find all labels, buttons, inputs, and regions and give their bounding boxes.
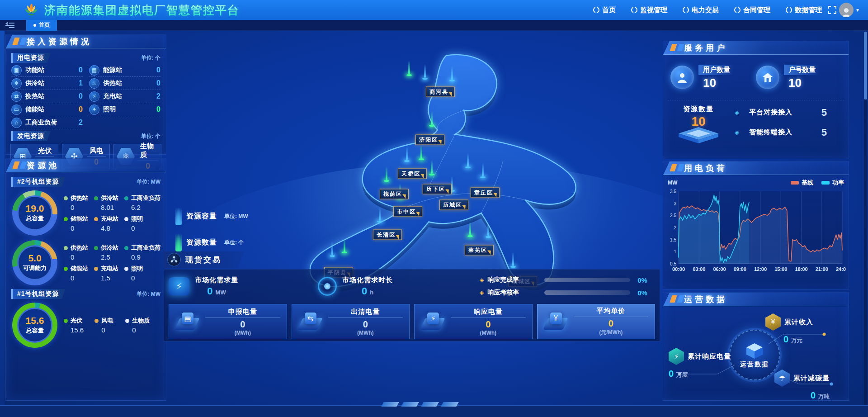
baseline-swatch [791, 181, 799, 185]
diamond-bullet-icon: ◈ [480, 277, 484, 283]
marker-beam-icon [424, 64, 426, 78]
market-demand-duration-value: 0h [342, 285, 393, 297]
usage-item-label: 换热站 [25, 92, 44, 100]
nav-item-0[interactable]: 首页 [593, 6, 616, 14]
district-label-8[interactable]: 长清区 [373, 230, 402, 240]
usage-item-label: 照明 [103, 105, 116, 114]
donut-caption: 总容量 [26, 327, 44, 335]
avatar-caret-icon[interactable]: ▼ [855, 8, 860, 13]
pool-group-unit2-tag: #2号机组资源 [11, 177, 66, 187]
spot-trading-panel: ⚡ 市场化需求量 0MW 市场化需求时长 0h ◈响应完成率0%◈响应考核率0%… [164, 269, 660, 341]
ops-item-label: 累计收入 [784, 318, 813, 327]
panel-access-resources-title: 接入资源情况 [27, 36, 92, 47]
spot-trading-tab[interactable]: 现货交易 [164, 251, 244, 268]
district-label-4[interactable]: 章丘区 [471, 188, 500, 198]
generation-card-label: 风电 [87, 147, 106, 156]
svg-text:2: 2 [674, 225, 676, 230]
cleared-energy-icon: ⇆ [298, 312, 322, 332]
marker-beam-icon [408, 61, 410, 74]
spot-card-2[interactable]: ⚡响应电量0(MWh) [414, 304, 533, 339]
spot-card-1[interactable]: ⇆出清电量0(MWh) [292, 304, 410, 339]
district-name: 市中区 [397, 208, 416, 216]
usage-item-value: 0 [156, 105, 160, 114]
donut-block-0: 19.0总容量供热站0供冷站8.01工商业负荷6.2储能站0充电站4.8照明0 [10, 188, 161, 237]
legend-dot-icon [64, 319, 68, 323]
response-rate-progressbar[interactable] [544, 278, 630, 282]
tab-home[interactable]: 首页 [26, 20, 57, 31]
marker-base-icon [377, 221, 382, 223]
diamond-bullet-icon: ◈ [480, 289, 484, 296]
power-swatch [821, 181, 830, 185]
card-icon-glyph: ¥ [550, 313, 562, 324]
income-badge-icon: ¥ [765, 313, 781, 331]
spot-card-text: 出清电量0(MWh) [328, 308, 403, 336]
legend-item-label: 风电 [101, 317, 113, 325]
legend-item-value: 6.2 [131, 204, 160, 211]
spot-card-0[interactable]: ▤申报电量0(MWh) [169, 304, 287, 339]
collapse-menu-icon[interactable] [5, 22, 14, 28]
district-name: 历城区 [443, 201, 462, 209]
spot-card-value: 0 [240, 319, 245, 330]
page-title: 济南能源集团虚拟电厂智慧管控平台 [44, 3, 240, 18]
district-label-1[interactable]: 济阳区 [415, 135, 444, 145]
scrollbar-thumb[interactable] [864, 32, 867, 100]
legend-baseline: 基线 [791, 179, 813, 187]
usage-item-label: 充电站 [103, 92, 122, 100]
declared-energy-icon: ▤ [175, 312, 199, 332]
district-label-7[interactable]: 市中区 [393, 207, 422, 217]
district-label-3[interactable]: 历下区 [423, 184, 452, 194]
district-label-5[interactable]: 槐荫区 [380, 189, 409, 199]
donut-center-1: 5.0可调能力 [11, 239, 58, 286]
marker-beam-icon [467, 153, 469, 166]
load-line-chart[interactable]: 00:0003:0006:0009:0012:0015:0018:0021:00… [665, 187, 846, 283]
legend-item-value: 0 [71, 224, 91, 232]
district-name: 章丘区 [474, 189, 493, 197]
district-label-0[interactable]: 商河县 [426, 87, 455, 97]
ops-value-number: 0 [811, 390, 816, 400]
legend-item-value: 0 [71, 253, 91, 261]
legend-item-label: 供热站 [71, 244, 88, 252]
diamond-bullet-icon: ◈ [735, 129, 739, 136]
district-label-6[interactable]: 历城区 [439, 200, 468, 210]
fullscreen-icon[interactable] [828, 6, 836, 14]
heat-exchange-station-icon: ⇄ [11, 91, 22, 102]
svg-text:18:00: 18:00 [795, 266, 807, 272]
legend-dot-icon [124, 196, 128, 200]
user-count-value: 10 [703, 76, 735, 90]
lotus-logo-icon [24, 3, 39, 17]
svg-text:1: 1 [674, 249, 676, 254]
nav-item-label: 数据管理 [795, 6, 822, 14]
nav-item-3[interactable]: 合同管理 [734, 6, 770, 14]
map-marker-7 [429, 160, 434, 175]
legend-item-value: 0 [71, 274, 91, 282]
usage-item-2: ❄供冷站1 [11, 77, 83, 90]
legend-item-label-row: 工商业负荷 [124, 194, 160, 202]
pool-group-unit1-tag: #1号机组资源 [11, 289, 66, 299]
footer-bar [0, 405, 868, 417]
legend-dot-icon [124, 217, 128, 221]
district-label-2[interactable]: 天桥区 [398, 169, 427, 179]
donut-caption: 可调能力 [23, 264, 47, 272]
legend-dot-icon [64, 267, 68, 271]
svg-text:1.5: 1.5 [670, 237, 676, 242]
nav-item-label: 首页 [602, 6, 616, 14]
ops-item-head: ☂累计减碳量 [774, 370, 830, 387]
spot-card-3[interactable]: ¥平均单价0(元/MWh) [537, 304, 656, 339]
legend-item-label: 储能站 [71, 215, 88, 223]
legend-item-label-row: 充电站 [94, 215, 122, 223]
svg-text:3: 3 [674, 201, 676, 206]
donut-value: 19.0 [26, 204, 44, 213]
response-rate-progressbar[interactable] [544, 290, 630, 295]
legend-item-value: 0.9 [131, 253, 160, 261]
cooling-station-icon: ❄ [11, 78, 22, 89]
nav-item-2[interactable]: 电力交易 [683, 6, 719, 14]
district-label-9[interactable]: 莱芜区 [465, 245, 494, 256]
marker-beam-icon [482, 163, 484, 176]
marker-beam-icon [344, 238, 345, 251]
legend-dot-icon [94, 196, 98, 200]
avatar[interactable] [839, 3, 854, 17]
usage-item-value: 0 [79, 92, 83, 100]
nav-item-1[interactable]: 监视管理 [631, 6, 667, 14]
nav-item-4[interactable]: 数据管理 [786, 6, 822, 14]
page-scrollbar[interactable] [864, 32, 867, 405]
